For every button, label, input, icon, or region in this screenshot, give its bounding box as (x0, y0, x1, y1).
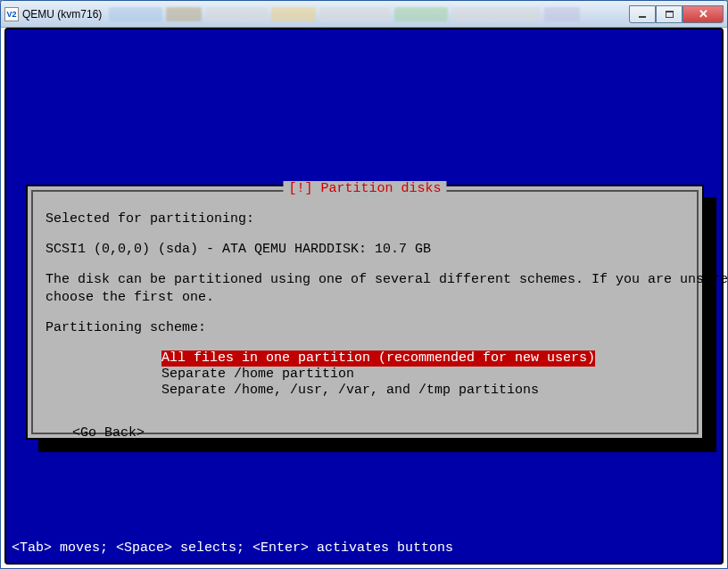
terminal-screen: [!] Partition disks Selected for partiti… (4, 28, 724, 565)
selected-label: Selected for partitioning: (46, 211, 684, 227)
dialog-content: Selected for partitioning: SCSI1 (0,0,0)… (33, 192, 697, 450)
dialog-border: [!] Partition disks Selected for partiti… (31, 190, 699, 434)
dialog-title: [!] Partition disks (283, 181, 446, 196)
instruction-text-2: choose the first one. (46, 290, 684, 306)
option-separate-home[interactable]: Separate /home partition (161, 367, 354, 383)
maximize-icon (666, 11, 674, 18)
close-icon: ✕ (699, 7, 708, 21)
minimize-icon (639, 16, 646, 18)
scheme-options: All files in one partition (recommended … (161, 350, 684, 399)
option-all-files[interactable]: All files in one partition (recommended … (161, 350, 595, 367)
option-separate-all[interactable]: Separate /home, /usr, /var, and /tmp par… (161, 383, 539, 399)
footer-help: <Tab> moves; <Space> selects; <Enter> ac… (12, 540, 453, 556)
scheme-label: Partitioning scheme: (46, 320, 684, 336)
vnc-icon: V2 (4, 7, 19, 21)
titlebar: V2 QEMU (kvm716) ✕ (1, 1, 727, 28)
partition-dialog: [!] Partition disks Selected for partiti… (26, 185, 704, 440)
minimize-button[interactable] (629, 5, 656, 23)
close-button[interactable]: ✕ (682, 5, 724, 23)
window-title: QEMU (kvm716) (22, 8, 102, 21)
window-controls: ✕ (629, 5, 724, 23)
main-window: V2 QEMU (kvm716) ✕ (0, 0, 728, 569)
titlebar-background-blur (109, 5, 622, 23)
disk-info: SCSI1 (0,0,0) (sda) - ATA QEMU HARDDISK:… (46, 242, 684, 258)
maximize-button[interactable] (656, 5, 682, 23)
go-back-button[interactable]: <Go Back> (72, 425, 684, 441)
instruction-text-1: The disk can be partitioned using one of… (46, 272, 684, 288)
